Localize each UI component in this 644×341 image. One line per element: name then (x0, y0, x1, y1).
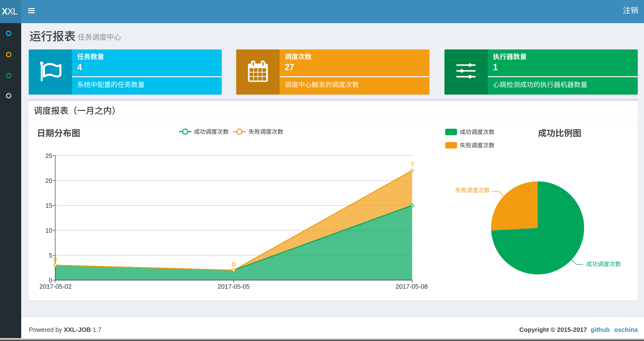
svg-text:15: 15 (45, 202, 52, 209)
svg-text:20: 20 (45, 177, 52, 184)
svg-text:25: 25 (45, 152, 52, 159)
svg-text:7: 7 (410, 161, 414, 168)
svg-text:2017-05-08: 2017-05-08 (396, 283, 428, 290)
svg-text:10: 10 (45, 227, 52, 234)
svg-text:0: 0 (53, 256, 57, 263)
svg-text:2017-05-02: 2017-05-02 (40, 283, 72, 290)
svg-text:2017-05-05: 2017-05-05 (218, 283, 250, 290)
svg-text:5: 5 (49, 252, 52, 259)
svg-text:0: 0 (232, 261, 236, 268)
